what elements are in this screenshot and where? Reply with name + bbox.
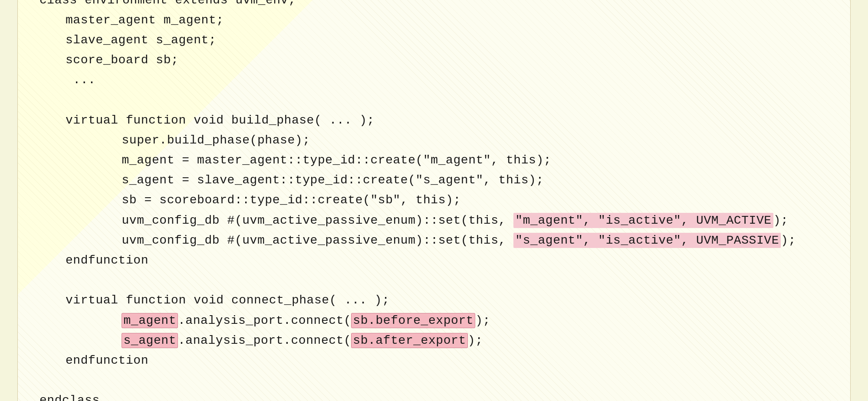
line-20-empty [39, 371, 829, 391]
highlight-s-agent: s_agent [122, 333, 178, 348]
line-16: virtual function void connect_phase( ...… [39, 290, 829, 310]
line-2: master_agent m_agent; [39, 10, 829, 30]
highlight-m-agent: m_agent [122, 313, 178, 328]
line-1: class environment extends uvm_env; [39, 0, 829, 10]
highlight-s-agent-passive: "s_agent", "is_active", UVM_PASSIVE [513, 233, 781, 248]
line-18: s_agent.analysis_port.connect(sb.after_e… [39, 331, 829, 351]
line-13: uvm_config_db #(uvm_active_passive_enum)… [39, 231, 829, 251]
highlight-m-agent-active: "m_agent", "is_active", UVM_ACTIVE [513, 213, 773, 228]
line-14: endfunction [39, 251, 829, 271]
line-11: sb = scoreboard::type_id::create("sb", t… [39, 190, 829, 210]
highlight-sb-before-export: sb.before_export [351, 313, 475, 328]
highlight-sb-after-export: sb.after_export [351, 333, 467, 348]
code-block: class environment extends uvm_env; maste… [17, 0, 851, 401]
line-17: m_agent.analysis_port.connect(sb.before_… [39, 311, 829, 331]
line-4: score_board sb; [39, 50, 829, 70]
line-7: virtual function void build_phase( ... )… [39, 111, 829, 130]
line-5: ... [39, 70, 829, 90]
line-3: slave_agent s_agent; [39, 30, 829, 50]
line-8: super.build_phase(phase); [39, 130, 829, 150]
line-12: uvm_config_db #(uvm_active_passive_enum)… [39, 211, 829, 231]
line-9: m_agent = master_agent::type_id::create(… [39, 150, 829, 170]
line-19: endfunction [39, 351, 829, 371]
line-15-empty [39, 271, 829, 290]
line-10: s_agent = slave_agent::type_id::create("… [39, 170, 829, 190]
line-21: endclass [39, 391, 829, 401]
code-content: class environment extends uvm_env; maste… [39, 0, 829, 401]
line-6-empty [39, 90, 829, 110]
